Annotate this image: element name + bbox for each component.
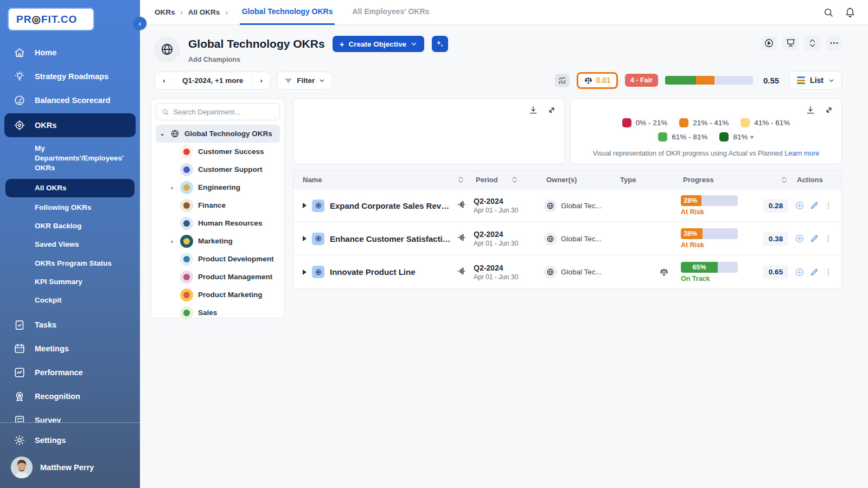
- sidebar-item-home[interactable]: Home: [0, 41, 140, 65]
- user-menu[interactable]: Matthew Perry: [0, 452, 140, 480]
- tree-item-product-development[interactable]: Product Development: [156, 250, 280, 268]
- sort-icon[interactable]: [781, 176, 787, 183]
- column-header-owner[interactable]: Owner(s): [544, 176, 618, 184]
- chevron-down-icon[interactable]: ⌄: [159, 130, 165, 137]
- tree-item-product-marketing[interactable]: Product Marketing: [156, 286, 280, 304]
- presentation-icon[interactable]: [782, 36, 799, 50]
- play-video-icon[interactable]: [761, 36, 777, 50]
- chevron-right-icon[interactable]: ›: [169, 238, 175, 245]
- scales-type-icon[interactable]: [659, 267, 669, 277]
- subnav-my-departments-okrs[interactable]: My Departments'/Employees' OKRs: [0, 139, 140, 178]
- alignment-icon[interactable]: [457, 232, 474, 245]
- objective-name[interactable]: Enhance Customer Satisfaction: [330, 234, 451, 243]
- view-selector-button[interactable]: List: [789, 71, 842, 89]
- alignment-icon[interactable]: [457, 266, 474, 279]
- objective-icon[interactable]: [312, 233, 324, 245]
- sidebar-item-meetings[interactable]: Meetings: [0, 337, 140, 361]
- column-header-progress[interactable]: Progress: [681, 176, 795, 184]
- sidebar-item-balanced-scorecard[interactable]: Balanced Scorecard: [0, 88, 140, 112]
- subnav-following-okrs[interactable]: Following OKRs: [0, 198, 140, 217]
- ai-sparkle-button[interactable]: [432, 36, 448, 52]
- period-label[interactable]: Q1-2024, +1 more: [173, 76, 252, 85]
- sidebar-item-performance[interactable]: Performance: [0, 361, 140, 384]
- learn-more-link[interactable]: Learn more: [784, 150, 819, 157]
- add-keyresult-icon[interactable]: [795, 234, 805, 243]
- subnav-all-okrs[interactable]: All OKRs: [5, 179, 135, 197]
- expand-row-icon[interactable]: [303, 203, 307, 208]
- download-icon[interactable]: [528, 105, 538, 115]
- tree-root-global-technology-okrs[interactable]: ⌄ Global Technology OKRs: [156, 125, 280, 143]
- expand-row-icon[interactable]: [303, 269, 307, 275]
- subnav-saved-views[interactable]: Saved Views: [0, 235, 140, 254]
- alignment-icon[interactable]: [457, 199, 474, 212]
- sidebar-collapse-button[interactable]: ‹: [133, 17, 146, 30]
- objective-name[interactable]: Expand Corporate Sales Revenue: [330, 201, 451, 210]
- alignment-score-badge[interactable]: 0.01: [577, 72, 618, 89]
- edit-icon[interactable]: [810, 201, 819, 210]
- customer-success-icon: [180, 145, 193, 158]
- sort-icon[interactable]: [512, 176, 518, 183]
- add-champions-link[interactable]: Add Champions: [188, 56, 448, 63]
- period-next-button[interactable]: ›: [252, 72, 270, 89]
- owner-cell[interactable]: Global Tec...: [544, 266, 618, 278]
- row-menu-icon[interactable]: [824, 234, 833, 243]
- bell-icon[interactable]: [844, 7, 856, 18]
- more-options-icon[interactable]: [826, 36, 842, 50]
- subnav-kpi-summary[interactable]: KPI Summary: [0, 273, 140, 291]
- tree-item-engineering[interactable]: › Engineering: [156, 178, 280, 196]
- tree-item-finance[interactable]: Finance: [156, 196, 280, 214]
- tab-global-technology-okrs[interactable]: Global Technology OKRs: [240, 0, 335, 25]
- filter-button[interactable]: Filter: [277, 72, 333, 89]
- tree-item-customer-support[interactable]: Customer Support: [156, 160, 280, 178]
- tree-item-human-resources[interactable]: Human Resources: [156, 214, 280, 232]
- chart-view-toggle[interactable]: [555, 74, 570, 87]
- create-objective-button[interactable]: + Create Objective: [333, 36, 424, 52]
- breadcrumb-all-okrs[interactable]: All OKRs: [188, 8, 220, 16]
- sidebar-item-survey[interactable]: Survey: [0, 408, 140, 422]
- finance-icon: [180, 199, 193, 212]
- breadcrumb-separator: ›: [225, 8, 227, 16]
- objective-name[interactable]: Innovate Product Line: [330, 267, 416, 277]
- sidebar-item-settings[interactable]: Settings: [0, 428, 140, 452]
- owner-cell[interactable]: Global Tec...: [544, 200, 618, 212]
- expand-collapse-icon[interactable]: [804, 36, 820, 50]
- column-header-period[interactable]: Period: [474, 176, 544, 184]
- owner-cell[interactable]: Global Tec...: [544, 233, 618, 245]
- sidebar-item-okrs[interactable]: OKRs: [4, 113, 136, 137]
- department-search-input[interactable]: [173, 108, 274, 116]
- tab-all-employees-okrs[interactable]: All Employees' OKRs: [350, 0, 431, 25]
- subnav-okrs-program-status[interactable]: OKRs Program Status: [0, 254, 140, 273]
- objective-icon[interactable]: [312, 200, 324, 212]
- sidebar-item-tasks[interactable]: Tasks: [0, 313, 140, 337]
- subnav-okr-backlog[interactable]: OKR Backlog: [0, 217, 140, 235]
- breadcrumb-okrs[interactable]: OKRs: [155, 8, 175, 16]
- edit-icon[interactable]: [810, 268, 819, 277]
- expand-icon[interactable]: [824, 105, 834, 115]
- edit-icon[interactable]: [810, 234, 819, 243]
- tree-item-sales[interactable]: Sales: [156, 304, 280, 322]
- column-header-name[interactable]: Name: [293, 176, 474, 184]
- expand-icon[interactable]: [547, 105, 557, 115]
- title-block: Global Technology OKRs + Create Objectiv…: [188, 36, 448, 63]
- sort-icon[interactable]: [458, 176, 464, 183]
- subnav-cockpit[interactable]: Cockpit: [0, 291, 140, 310]
- legend-item: 21% - 41%: [679, 118, 729, 127]
- column-header-type[interactable]: Type: [618, 176, 681, 184]
- tree-item-customer-success[interactable]: Customer Success: [156, 143, 280, 160]
- tree-item-product-management[interactable]: Product Management: [156, 268, 280, 286]
- row-menu-icon[interactable]: [824, 268, 833, 277]
- period-prev-button[interactable]: ‹: [155, 72, 173, 89]
- add-keyresult-icon[interactable]: [795, 201, 805, 210]
- download-icon[interactable]: [806, 105, 815, 115]
- add-keyresult-icon[interactable]: [795, 267, 805, 277]
- search-icon[interactable]: [822, 7, 834, 18]
- expand-row-icon[interactable]: [303, 236, 307, 241]
- row-menu-icon[interactable]: [824, 201, 833, 210]
- calendar-icon: [13, 342, 26, 355]
- objective-icon[interactable]: [312, 266, 324, 278]
- tree-item-marketing[interactable]: › Marketing: [156, 232, 280, 250]
- sidebar-item-recognition[interactable]: Recognition: [0, 384, 140, 408]
- sidebar-item-strategy-roadmaps[interactable]: Strategy Roadmaps: [0, 65, 140, 88]
- chevron-right-icon[interactable]: ›: [169, 184, 175, 191]
- brand-logo[interactable]: PR◎FIT.CO: [8, 8, 94, 31]
